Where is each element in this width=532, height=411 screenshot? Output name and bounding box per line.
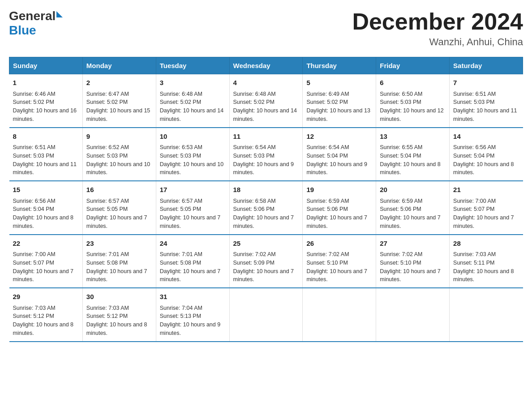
sunset-label: Sunset: 5:05 PM (160, 206, 201, 212)
calendar-cell: 2Sunrise: 6:47 AMSunset: 5:02 PMDaylight… (82, 74, 156, 128)
calendar-cell: 16Sunrise: 6:57 AMSunset: 5:05 PMDayligh… (82, 181, 156, 235)
day-number: 23 (86, 239, 152, 249)
weekday-header-thursday: Thursday (303, 57, 376, 74)
day-number: 7 (453, 78, 519, 88)
calendar-cell: 19Sunrise: 6:59 AMSunset: 5:06 PMDayligh… (303, 181, 376, 235)
calendar-cell: 21Sunrise: 7:00 AMSunset: 5:07 PMDayligh… (450, 181, 523, 235)
sunrise-label: Sunrise: 7:00 AM (13, 251, 56, 257)
sunset-label: Sunset: 5:03 PM (160, 153, 201, 159)
day-number: 9 (86, 132, 152, 142)
day-number: 5 (306, 78, 372, 88)
sunset-label: Sunset: 5:06 PM (306, 206, 348, 212)
calendar-cell: 10Sunrise: 6:53 AMSunset: 5:03 PMDayligh… (156, 128, 229, 181)
sunset-label: Sunset: 5:02 PM (233, 99, 275, 105)
calendar-cell: 15Sunrise: 6:56 AMSunset: 5:04 PMDayligh… (9, 181, 83, 235)
calendar-cell: 29Sunrise: 7:03 AMSunset: 5:12 PMDayligh… (9, 288, 83, 342)
daylight-label: Daylight: 10 hours and 7 minutes. (233, 214, 294, 229)
sunrise-label: Sunrise: 6:53 AM (160, 144, 202, 150)
day-number: 12 (306, 132, 372, 142)
sunrise-label: Sunrise: 6:57 AM (86, 198, 129, 204)
daylight-label: Daylight: 10 hours and 10 minutes. (86, 161, 150, 176)
calendar-cell: 22Sunrise: 7:00 AMSunset: 5:07 PMDayligh… (9, 235, 83, 288)
calendar-cell: 24Sunrise: 7:01 AMSunset: 5:08 PMDayligh… (156, 235, 229, 288)
sunrise-label: Sunrise: 7:02 AM (233, 251, 276, 257)
sunset-label: Sunset: 5:13 PM (160, 313, 201, 319)
sunrise-label: Sunrise: 7:00 AM (453, 198, 496, 204)
logo: General Blue (9, 9, 63, 38)
day-number: 18 (233, 185, 299, 195)
day-number: 31 (160, 292, 226, 302)
sunset-label: Sunset: 5:04 PM (453, 153, 494, 159)
daylight-label: Daylight: 10 hours and 9 minutes. (306, 161, 367, 176)
sunrise-label: Sunrise: 6:59 AM (306, 198, 349, 204)
calendar-cell (376, 288, 450, 342)
day-number: 26 (306, 239, 372, 249)
weekday-header-monday: Monday (82, 57, 156, 74)
calendar-cell: 18Sunrise: 6:58 AMSunset: 5:06 PMDayligh… (229, 181, 303, 235)
title-block: December 2024 Wanzhi, Anhui, China (352, 9, 523, 48)
sunset-label: Sunset: 5:03 PM (13, 153, 54, 159)
daylight-label: Daylight: 10 hours and 9 minutes. (160, 321, 221, 336)
daylight-label: Daylight: 10 hours and 8 minutes. (380, 161, 441, 176)
sunrise-label: Sunrise: 6:59 AM (380, 198, 422, 204)
day-number: 4 (233, 78, 299, 88)
sunrise-label: Sunrise: 6:52 AM (86, 144, 129, 150)
daylight-label: Daylight: 10 hours and 8 minutes. (13, 214, 74, 229)
sunset-label: Sunset: 5:11 PM (453, 260, 494, 266)
day-number: 13 (380, 132, 446, 142)
daylight-label: Daylight: 10 hours and 14 minutes. (233, 107, 297, 122)
calendar-week-3: 15Sunrise: 6:56 AMSunset: 5:04 PMDayligh… (9, 181, 523, 235)
calendar-cell: 30Sunrise: 7:03 AMSunset: 5:12 PMDayligh… (82, 288, 156, 342)
calendar-cell: 5Sunrise: 6:49 AMSunset: 5:02 PMDaylight… (303, 74, 376, 128)
sunset-label: Sunset: 5:07 PM (13, 260, 54, 266)
day-number: 8 (13, 132, 79, 142)
calendar-cell: 4Sunrise: 6:48 AMSunset: 5:02 PMDaylight… (229, 74, 303, 128)
daylight-label: Daylight: 10 hours and 13 minutes. (306, 107, 370, 122)
daylight-label: Daylight: 10 hours and 7 minutes. (453, 214, 514, 229)
day-number: 27 (380, 239, 446, 249)
daylight-label: Daylight: 10 hours and 7 minutes. (380, 214, 441, 229)
calendar-cell: 23Sunrise: 7:01 AMSunset: 5:08 PMDayligh… (82, 235, 156, 288)
calendar-table: SundayMondayTuesdayWednesdayThursdayFrid… (9, 57, 523, 342)
sunrise-label: Sunrise: 6:51 AM (13, 144, 56, 150)
calendar-week-2: 8Sunrise: 6:51 AMSunset: 5:03 PMDaylight… (9, 128, 523, 181)
logo-blue: Blue (9, 23, 36, 38)
sunset-label: Sunset: 5:02 PM (86, 99, 128, 105)
weekday-header-friday: Friday (376, 57, 450, 74)
day-number: 10 (160, 132, 226, 142)
calendar-cell: 1Sunrise: 6:46 AMSunset: 5:02 PMDaylight… (9, 74, 83, 128)
sunrise-label: Sunrise: 6:46 AM (13, 91, 56, 97)
weekday-header-tuesday: Tuesday (156, 57, 229, 74)
daylight-label: Daylight: 10 hours and 8 minutes. (13, 321, 74, 336)
sunrise-label: Sunrise: 6:57 AM (160, 198, 202, 204)
daylight-label: Daylight: 10 hours and 9 minutes. (233, 161, 294, 176)
calendar-cell: 20Sunrise: 6:59 AMSunset: 5:06 PMDayligh… (376, 181, 450, 235)
daylight-label: Daylight: 10 hours and 7 minutes. (86, 268, 147, 283)
sunset-label: Sunset: 5:09 PM (233, 260, 275, 266)
sunrise-label: Sunrise: 6:56 AM (453, 144, 496, 150)
sunrise-label: Sunrise: 6:51 AM (453, 91, 496, 97)
calendar-cell: 31Sunrise: 7:04 AMSunset: 5:13 PMDayligh… (156, 288, 229, 342)
sunset-label: Sunset: 5:12 PM (13, 313, 54, 319)
day-number: 6 (380, 78, 446, 88)
daylight-label: Daylight: 10 hours and 11 minutes. (453, 107, 517, 122)
calendar-week-4: 22Sunrise: 7:00 AMSunset: 5:07 PMDayligh… (9, 235, 523, 288)
month-title: December 2024 (352, 9, 523, 34)
sunset-label: Sunset: 5:03 PM (233, 153, 275, 159)
calendar-week-1: 1Sunrise: 6:46 AMSunset: 5:02 PMDaylight… (9, 74, 523, 128)
sunrise-label: Sunrise: 6:56 AM (13, 198, 56, 204)
sunset-label: Sunset: 5:05 PM (86, 206, 128, 212)
day-number: 21 (453, 185, 519, 195)
calendar-cell: 17Sunrise: 6:57 AMSunset: 5:05 PMDayligh… (156, 181, 229, 235)
calendar-cell: 27Sunrise: 7:02 AMSunset: 5:10 PMDayligh… (376, 235, 450, 288)
sunset-label: Sunset: 5:12 PM (86, 313, 128, 319)
daylight-label: Daylight: 10 hours and 7 minutes. (306, 268, 367, 283)
daylight-label: Daylight: 10 hours and 12 minutes. (380, 107, 443, 122)
sunrise-label: Sunrise: 6:54 AM (233, 144, 276, 150)
daylight-label: Daylight: 10 hours and 7 minutes. (233, 268, 294, 283)
calendar-cell: 3Sunrise: 6:48 AMSunset: 5:02 PMDaylight… (156, 74, 229, 128)
logo-triangle-icon (56, 11, 63, 17)
sunset-label: Sunset: 5:04 PM (13, 206, 54, 212)
daylight-label: Daylight: 10 hours and 7 minutes. (160, 268, 221, 283)
calendar-cell: 6Sunrise: 6:50 AMSunset: 5:03 PMDaylight… (376, 74, 450, 128)
